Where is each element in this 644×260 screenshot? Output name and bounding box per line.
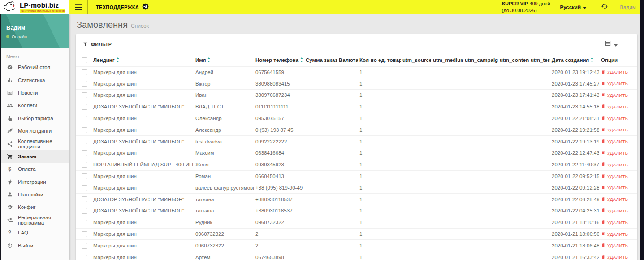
sidebar-item-colleagues[interactable]: Коллеги [0, 99, 69, 112]
delete-button[interactable]: УДАЛИТЬ [601, 81, 628, 87]
delete-button[interactable]: УДАЛИТЬ [601, 69, 628, 75]
row-checkbox[interactable] [82, 116, 87, 121]
delete-button[interactable]: УДАЛИТЬ [601, 185, 628, 191]
delete-button[interactable]: УДАЛИТЬ [601, 255, 628, 260]
delete-button[interactable]: УДАЛИТЬ [601, 104, 628, 109]
row-checkbox[interactable] [82, 173, 87, 179]
row-checkbox[interactable] [82, 92, 87, 98]
sidebar-item-person-add[interactable]: Реферальная программа [0, 214, 69, 226]
cell-order-sum [304, 240, 337, 251]
row-checkbox[interactable] [82, 127, 87, 133]
delete-button[interactable]: УДАЛИТЬ [601, 231, 628, 237]
sidebar-item-power[interactable]: Выйти [0, 239, 69, 251]
sidebar-item-user[interactable]: Настройки [0, 188, 69, 201]
row-checkbox[interactable] [82, 243, 87, 249]
orders-table: ЛендингИмяНомер телефонаСумма заказаВалю… [76, 54, 637, 260]
delete-button[interactable]: УДАЛИТЬ [601, 116, 628, 121]
column-header-created[interactable]: Дата создания [550, 54, 599, 66]
cell-landing: Маркеры для шин [91, 240, 194, 251]
language-selector[interactable]: Русский [560, 4, 587, 10]
delete-button[interactable]: УДАЛИТЬ [601, 127, 628, 133]
delete-label: УДАЛИТЬ [607, 93, 628, 98]
main-content: ЗамовленняСписок ФИЛЬТР [69, 14, 640, 260]
cell-qty: 1 [358, 147, 401, 159]
gear-icon [6, 204, 13, 210]
cell-qty: 1 [358, 113, 401, 124]
sidebar-item-cart[interactable]: Заказы [0, 150, 69, 163]
cell-utm-content [498, 113, 529, 124]
delete-button[interactable]: УДАЛИТЬ [601, 139, 628, 144]
cell-qty: 1 [358, 78, 401, 90]
topbar-username[interactable]: Вадим [615, 4, 640, 10]
cell-utm-source [401, 136, 431, 147]
row-checkbox[interactable] [82, 185, 87, 191]
row-checkbox[interactable] [82, 162, 87, 168]
app-logo[interactable]: LP-mobi.biz Конструктор мобильных лендин… [0, 0, 69, 14]
row-checkbox[interactable] [82, 255, 87, 260]
cell-utm-content [498, 78, 529, 90]
cell-utm-source [401, 194, 431, 205]
trash-icon [601, 220, 605, 225]
cell-utm-term [529, 113, 550, 124]
delete-label: УДАЛИТЬ [607, 162, 628, 167]
table-header-row: ЛендингИмяНомер телефонаСумма заказаВалю… [76, 54, 637, 66]
cell-qty: 1 [358, 66, 401, 78]
vertical-scrollbar[interactable] [640, 0, 644, 260]
column-header-name[interactable]: Имя [194, 54, 254, 66]
delete-button[interactable]: УДАЛИТЬ [601, 220, 628, 225]
cell-currency [337, 170, 358, 182]
sidebar-item-plug[interactable]: Интеграции [0, 176, 69, 188]
cell-utm-source [401, 170, 431, 182]
filter-label: ФИЛЬТР [91, 42, 112, 47]
cell-utm-medium [431, 124, 463, 136]
hamburger-menu-icon[interactable] [75, 4, 82, 10]
refresh-button[interactable] [594, 0, 615, 14]
sidebar-item-stats[interactable]: Статистика [0, 74, 69, 86]
sidebar-item-rocket[interactable]: Мои лендинги [0, 125, 69, 137]
column-settings-button[interactable] [605, 40, 618, 48]
sidebar: Вадим Онлайн Меню Рабочий столСтатистика… [0, 14, 69, 260]
sidebar-item-share[interactable]: Коллективные лендинги [0, 137, 69, 150]
sidebar-item-dashboard[interactable]: Рабочий стол [0, 61, 69, 74]
trash-icon [601, 185, 605, 191]
column-header-landing[interactable]: Лендинг [91, 54, 194, 66]
column-header-phone[interactable]: Номер телефона [254, 54, 304, 66]
row-checkbox[interactable] [82, 81, 87, 87]
cell-name: Рудник [194, 217, 254, 228]
delete-button[interactable]: УДАЛИТЬ [601, 92, 628, 98]
cell-utm-term [529, 170, 550, 182]
cell-landing: Маркеры для шин [91, 170, 194, 182]
row-checkbox[interactable] [82, 150, 87, 156]
cell-utm-medium [431, 78, 463, 90]
row-checkbox[interactable] [82, 220, 87, 225]
row-checkbox[interactable] [82, 69, 87, 75]
cell-name: татьяна [194, 194, 254, 205]
cell-name: ВЛАД ТЕСТ [194, 101, 254, 113]
sidebar-item-question[interactable]: ?FAQ [0, 226, 69, 239]
row-checkbox[interactable] [82, 139, 87, 144]
row-checkbox[interactable] [82, 104, 87, 110]
row-checkbox[interactable] [82, 231, 87, 237]
select-all-checkbox[interactable] [82, 57, 87, 63]
delete-button[interactable]: УДАЛИТЬ [601, 243, 628, 248]
trash-icon [601, 127, 605, 133]
cell-qty: 1 [358, 217, 401, 228]
cell-utm-medium [431, 205, 463, 217]
sidebar-item-hand[interactable]: Выбор тарифа [0, 112, 69, 125]
sidebar-item-news[interactable]: Новости [0, 87, 69, 99]
row-checkbox[interactable] [82, 208, 87, 214]
plan-badge: SUPER VIP [502, 1, 528, 6]
delete-button[interactable]: УДАЛИТЬ [601, 150, 628, 156]
tech-support-button[interactable]: ТЕХПОДДЕРЖКА [88, 0, 157, 14]
cell-utm-medium [431, 228, 463, 240]
delete-button[interactable]: УДАЛИТЬ [601, 173, 628, 179]
row-checkbox[interactable] [82, 196, 87, 202]
filter-button[interactable]: ФИЛЬТР [83, 42, 112, 47]
delete-button[interactable]: УДАЛИТЬ [601, 162, 628, 167]
sidebar-item-label: Заказы [18, 154, 36, 159]
delete-button[interactable]: УДАЛИТЬ [601, 197, 628, 202]
sidebar-item-gear[interactable]: Конфиг [0, 201, 69, 213]
sidebar-item-dollar[interactable]: $Оплата [0, 163, 69, 175]
delete-button[interactable]: УДАЛИТЬ [601, 208, 628, 213]
cell-created: 2020-01-23 17:41:43 [550, 90, 599, 101]
